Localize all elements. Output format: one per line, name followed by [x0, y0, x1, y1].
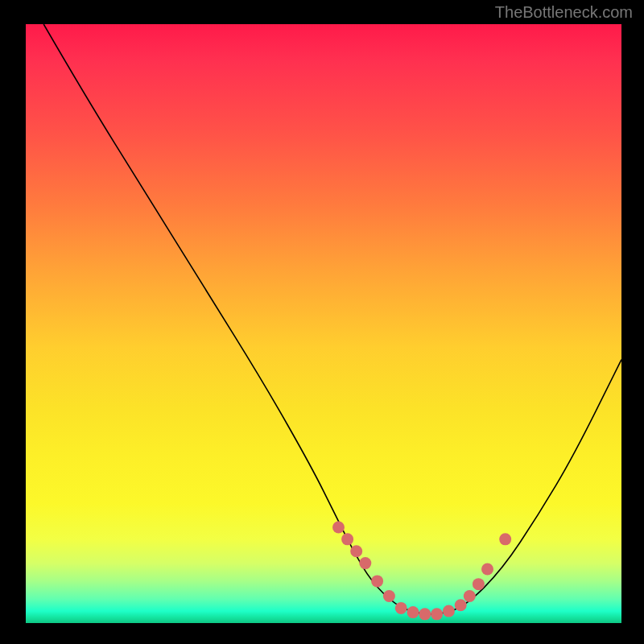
chart-svg — [26, 24, 621, 623]
chart-dot — [481, 564, 493, 576]
chart-dot — [419, 608, 431, 620]
chart-dot — [431, 608, 443, 620]
chart-dot — [455, 599, 467, 611]
chart-dot — [332, 521, 345, 533]
chart-dot — [359, 557, 371, 569]
chart-dot — [395, 602, 407, 614]
watermark-text: TheBottleneck.com — [495, 3, 633, 22]
chart-dot — [443, 605, 455, 617]
chart-dot — [473, 578, 485, 590]
chart-dot — [383, 590, 395, 602]
chart-curve-path — [43, 24, 621, 614]
chart-dot — [350, 545, 362, 557]
chart-dot — [341, 533, 353, 545]
chart-dots-group — [332, 521, 511, 620]
chart-plot-area — [26, 24, 621, 623]
chart-dot — [464, 590, 476, 602]
chart-dot — [407, 606, 419, 618]
chart-dot — [371, 575, 383, 587]
chart-dot — [499, 533, 511, 545]
